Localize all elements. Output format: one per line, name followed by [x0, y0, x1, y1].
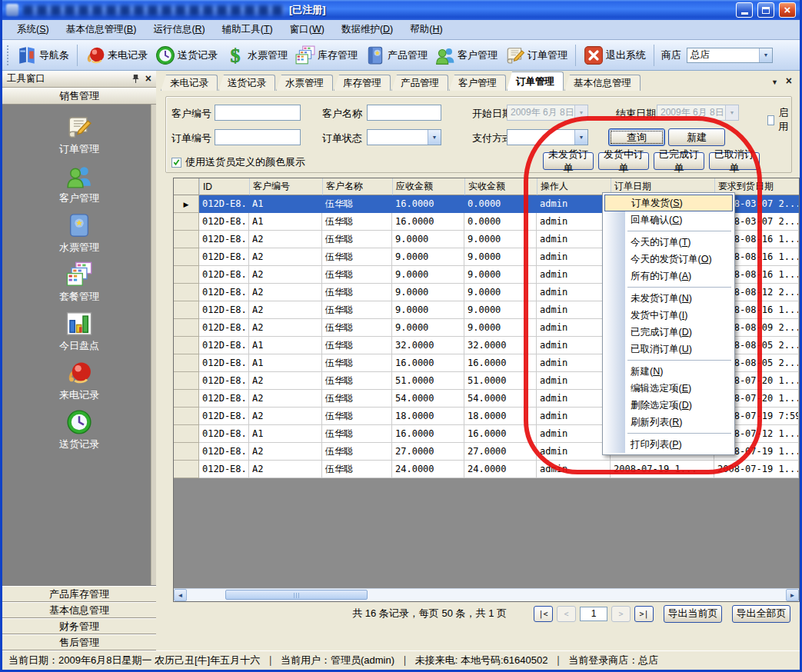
column-header[interactable]: 操作人: [537, 178, 611, 195]
row-selector[interactable]: [174, 443, 199, 461]
scroll-right-icon[interactable]: [786, 589, 799, 601]
close-button[interactable]: [779, 2, 796, 18]
row-selector[interactable]: [174, 248, 199, 266]
export-all-button[interactable]: 导出全部页: [732, 605, 790, 623]
query-button[interactable]: 查询: [608, 128, 665, 146]
row-selector[interactable]: [174, 337, 199, 354]
toolbar-button[interactable]: 客户管理: [431, 44, 501, 67]
column-header[interactable]: 应收金额: [392, 178, 464, 195]
sidebar-group-基本信息管理[interactable]: 基本信息管理: [2, 602, 156, 618]
status-filter-button[interactable]: 已完成订单: [654, 152, 704, 170]
order-status-select[interactable]: [367, 129, 441, 145]
row-selector[interactable]: [174, 266, 199, 284]
menubar-item[interactable]: 系统(S): [8, 20, 58, 39]
sidebar-group-财务管理[interactable]: 财务管理: [2, 618, 156, 634]
row-selector[interactable]: [174, 284, 199, 301]
prev-page-button[interactable]: <: [557, 606, 576, 622]
pin-icon[interactable]: [131, 74, 141, 84]
sidebar-group-售后管理[interactable]: 售后管理: [2, 634, 156, 650]
sidebar-scrollbar[interactable]: [151, 105, 156, 585]
toolbar-grip[interactable]: [7, 45, 10, 65]
shop-select[interactable]: 总店: [687, 48, 773, 63]
toolbar-button[interactable]: 订单管理: [501, 44, 571, 67]
tab-订单管理[interactable]: 订单管理: [507, 72, 564, 91]
toolbar-button[interactable]: 送货记录: [151, 44, 221, 67]
menubar-item[interactable]: 基本信息管理(B): [58, 20, 145, 39]
tab-送货记录[interactable]: 送货记录: [218, 75, 275, 91]
customer-no-input[interactable]: [215, 105, 301, 121]
page-number-input[interactable]: [580, 607, 607, 621]
sidebar-item-今日盘点[interactable]: 今日盘点: [2, 311, 156, 360]
menubar-item[interactable]: 数据维护(D): [333, 20, 401, 39]
context-menu-item[interactable]: 订单发货(S): [604, 195, 733, 211]
first-page-button[interactable]: |<: [534, 606, 553, 622]
row-selector[interactable]: [174, 461, 199, 478]
close-tab-icon[interactable]: [786, 75, 792, 87]
row-selector[interactable]: [174, 408, 199, 425]
row-selector[interactable]: [174, 213, 199, 231]
status-filter-button[interactable]: 发货中订单: [598, 152, 649, 170]
maximize-button[interactable]: [757, 2, 774, 18]
context-menu-item[interactable]: 删除选定项(D): [604, 397, 733, 414]
table-row[interactable]: 012D-E8...A2伍华聪24.000024.0000admin2008-0…: [174, 461, 799, 478]
context-menu-item[interactable]: 已完成订单(D): [604, 324, 733, 341]
tab-来电记录[interactable]: 来电记录: [161, 75, 218, 91]
menubar-item[interactable]: 窗口(W): [281, 20, 333, 39]
sidebar-group-产品库存管理[interactable]: 产品库存管理: [2, 586, 156, 602]
row-selector[interactable]: [174, 390, 199, 408]
horizontal-scrollbar[interactable]: [174, 588, 799, 601]
tab-客户管理[interactable]: 客户管理: [449, 75, 506, 91]
payment-select[interactable]: [507, 129, 588, 145]
row-selector[interactable]: [174, 372, 199, 390]
row-selector[interactable]: [174, 354, 199, 372]
sidebar-item-客户管理[interactable]: 客户管理: [2, 163, 156, 212]
sidebar-item-订单管理[interactable]: 订单管理: [2, 114, 156, 163]
status-filter-button[interactable]: 未发货订单: [543, 152, 594, 170]
scrollbar-track[interactable]: [187, 589, 786, 601]
context-menu-item[interactable]: 刷新列表(R): [604, 414, 733, 431]
tool-window-close-icon[interactable]: [145, 73, 151, 85]
toolbar-button[interactable]: 库存管理: [291, 44, 361, 67]
sidebar-item-水票管理[interactable]: 水票管理: [2, 212, 156, 261]
menubar-item[interactable]: 运行信息(R): [145, 20, 213, 39]
scroll-left-icon[interactable]: [174, 589, 187, 601]
tab-库存管理[interactable]: 库存管理: [334, 75, 391, 91]
sidebar-item-套餐管理[interactable]: 套餐管理: [2, 261, 156, 311]
tab-基本信息管理[interactable]: 基本信息管理: [564, 75, 641, 91]
column-header[interactable]: 客户编号: [249, 178, 322, 195]
order-no-input[interactable]: [215, 129, 301, 145]
last-page-button[interactable]: >|: [634, 606, 654, 622]
row-selector[interactable]: [174, 231, 199, 248]
context-menu-item[interactable]: 所有的订单(A): [604, 268, 733, 284]
tab-产品管理[interactable]: 产品管理: [391, 75, 448, 91]
sidebar-group-sales[interactable]: 销售管理: [2, 88, 156, 105]
context-menu-item[interactable]: 今天的发货订单(O): [604, 251, 733, 268]
context-menu-item[interactable]: 已取消订单(U): [604, 341, 733, 358]
row-selector[interactable]: [174, 195, 199, 213]
start-date-picker[interactable]: 2009年 6月 8日: [507, 105, 588, 121]
new-button[interactable]: 新建: [668, 128, 725, 146]
sidebar-item-来电记录[interactable]: 来电记录: [2, 360, 156, 409]
context-menu-item[interactable]: 编辑选定项(E): [604, 380, 733, 397]
context-menu-item[interactable]: 未发货订单(N): [604, 290, 733, 307]
context-menu-item[interactable]: 发货中订单(I): [604, 307, 733, 324]
tab-水票管理[interactable]: 水票管理: [276, 75, 333, 91]
next-page-button[interactable]: >: [611, 606, 631, 622]
sidebar-item-送货记录[interactable]: 送货记录: [2, 409, 156, 458]
context-menu-item[interactable]: 打印列表(P): [604, 436, 733, 453]
column-header[interactable]: ID: [199, 178, 249, 195]
row-selector[interactable]: [174, 301, 199, 319]
column-header[interactable]: 客户名称: [322, 178, 392, 195]
menubar-item[interactable]: 辅助工具(T): [214, 20, 281, 39]
customer-name-input[interactable]: [367, 105, 441, 121]
color-display-checkbox[interactable]: [171, 158, 181, 168]
status-filter-button[interactable]: 已取消订单: [709, 152, 760, 170]
toolbar-button[interactable]: 退出系统: [580, 44, 650, 67]
end-date-picker[interactable]: 2009年 6月 8日: [657, 105, 739, 121]
row-selector[interactable]: [174, 425, 199, 443]
toolbar-button[interactable]: 来电记录: [82, 44, 151, 67]
scrollbar-thumb[interactable]: [225, 590, 368, 600]
export-current-page-button[interactable]: 导出当前页: [664, 605, 722, 623]
chevron-down-icon[interactable]: [771, 76, 778, 87]
enable-date-checkbox[interactable]: [767, 115, 774, 125]
